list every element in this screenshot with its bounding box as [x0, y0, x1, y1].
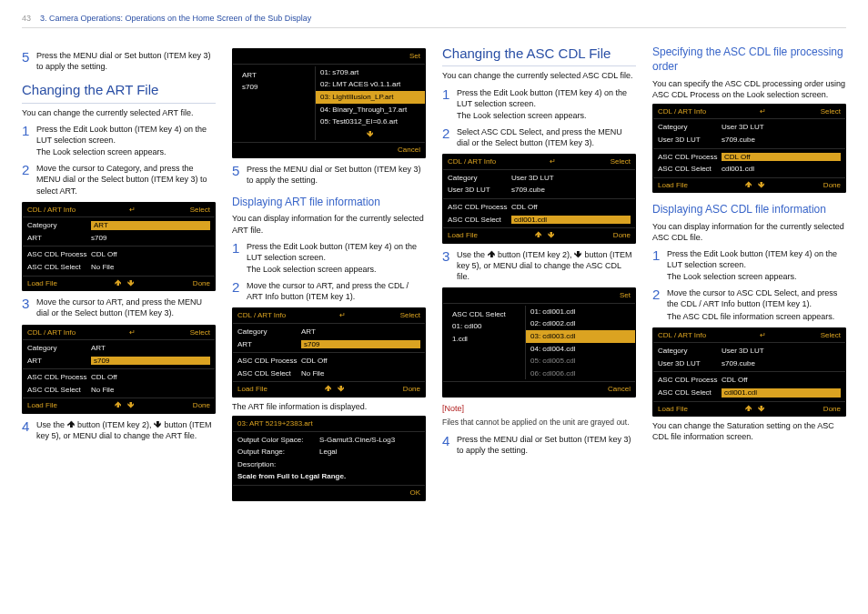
cancel-label: Cancel: [608, 385, 631, 394]
return-icon: ↵: [760, 107, 766, 116]
list-item: 01: cdl001.cdl: [526, 306, 635, 318]
description-text: Scale from Full to Legal Range.: [233, 470, 425, 483]
load-file-label: Load File: [237, 385, 267, 394]
step-number: 5: [232, 164, 242, 186]
ok-label: OK: [409, 488, 420, 498]
table-row: ASC CDL ProcessCDL Off: [653, 374, 845, 387]
intro-text: You can display information for the curr…: [232, 213, 426, 235]
step: 2 Move the cursor to ART, and press the …: [232, 280, 426, 302]
list-item-selected: 03: cdl003.cdl: [526, 330, 635, 343]
load-file-label: Load File: [27, 279, 57, 288]
table-row: ASC CDL ProcessCDL Off: [23, 248, 215, 261]
table-row: CategoryUser 3D LUT: [653, 121, 845, 134]
table-row: CategoryART: [23, 342, 215, 355]
up-arrow-icon: 🡹: [745, 181, 752, 190]
list-item: 04: Binary_Through_17.art: [316, 104, 425, 116]
return-icon: ↵: [129, 206, 136, 215]
table-row: Output Color Space:S-Gamut3.Cine/S-Log3: [233, 434, 425, 447]
list-item: 02: cdl002.cdl: [526, 317, 635, 330]
intro-text: You can display information for the curr…: [652, 221, 846, 243]
step: 2 Move the cursor to Category, and press…: [22, 163, 216, 196]
up-arrow-icon: 🡹: [535, 231, 542, 240]
step-text: Use the 🡹 button (ITEM key 2), 🡻 button …: [36, 419, 216, 441]
step: 1 Press the Edit Look button (ITEM key 4…: [652, 248, 846, 282]
select-label: Select: [400, 311, 420, 320]
down-arrow-icon: 🡻: [127, 401, 135, 410]
info-header: 03: ART 5219+2383.art: [237, 419, 313, 428]
set-label: Set: [409, 52, 420, 61]
step-number: 4: [22, 419, 32, 441]
step-text: Select ASC CDL Select, and press the MEN…: [457, 126, 636, 148]
note-text: Files that cannot be applied on the unit…: [442, 418, 636, 428]
page-header: 43 3. Camera Operations: Operations on t…: [22, 13, 846, 28]
list-item: 02: LMT ACES v0.1.1.art: [316, 78, 425, 91]
intro-text: You can specify the ASC CDL processing o…: [652, 78, 846, 100]
down-arrow-icon: 🡻: [127, 279, 135, 288]
select-label: Select: [190, 328, 210, 337]
subsection-heading: Specifying the ASC CDL file processing o…: [652, 45, 846, 74]
table-row: CategoryUser 3D LUT: [653, 345, 845, 357]
return-icon: ↵: [339, 311, 346, 320]
camera-screen: CDL / ART Info ↵ Select CategoryART ARTs…: [22, 325, 216, 415]
step-text: Press the Edit Look button (ITEM key 4) …: [36, 124, 216, 157]
table-row: ASC CDL ProcessCDL Off: [653, 151, 845, 164]
table-row: ASC CDL Select: [448, 308, 520, 321]
table-row: ASC CDL ProcessCDL Off: [443, 201, 635, 214]
step: 4 Use the 🡹 button (ITEM key 2), 🡻 butto…: [22, 419, 216, 441]
list-item: 01: s709.art: [316, 66, 425, 79]
table-row: ASC CDL Selectcdl001.cdl: [653, 387, 845, 399]
step-text: Move the cursor to Category, and press t…: [36, 163, 216, 196]
step-number: 5: [22, 50, 32, 72]
column-2: Set ART s709 01: s709.art 02: LMT ACES v…: [232, 45, 426, 504]
screen-title: CDL / ART Info: [27, 206, 76, 215]
step-text: Press the MENU dial or Set button (ITEM …: [36, 50, 216, 72]
step-number: 1: [22, 124, 32, 157]
down-arrow-icon: 🡻: [758, 405, 765, 414]
step-text: Move the cursor to ASC CDL Select, and p…: [667, 287, 846, 321]
intro-text: You can change the currently selected AR…: [22, 107, 216, 118]
camera-screen: CDL / ART Info ↵ Select CategoryUser 3D …: [652, 327, 846, 418]
column-1: 5 Press the MENU dial or Set button (ITE…: [22, 45, 216, 504]
done-label: Done: [403, 385, 420, 394]
subsection-heading: Displaying ART file information: [232, 195, 426, 209]
table-row: ASC CDL SelectNo File: [23, 261, 215, 274]
table-row: ASC CDL ProcessCDL Off: [233, 355, 425, 367]
table-row: 1.cdl: [448, 333, 520, 346]
done-label: Done: [193, 401, 210, 410]
return-icon: ↵: [760, 331, 766, 340]
body-text: You can change the Saturation setting on…: [652, 420, 846, 442]
step-text: Press the Edit Look button (ITEM key 4) …: [457, 87, 636, 121]
step: 3 Move the cursor to ART, and press the …: [22, 297, 216, 318]
step-number: 3: [442, 249, 452, 282]
step-text: Press the Edit Look button (ITEM key 4) …: [247, 241, 426, 275]
down-arrow-icon: 🡻: [316, 128, 425, 141]
table-row: ASC CDL Selectcdl001.cdl: [443, 214, 635, 226]
step-number: 2: [652, 287, 662, 321]
camera-screen-popup: Set ASC CDL Select 01: cdl00 1.cdl 01: c…: [442, 287, 636, 398]
list-item: 05: Test0312_EI=0.6.art: [316, 116, 425, 128]
step: 5 Press the MENU dial or Set button (ITE…: [232, 164, 426, 186]
table-row: ASC CDL Selectcdl001.cdl: [653, 163, 845, 176]
load-file-label: Load File: [448, 231, 478, 240]
step-number: 2: [442, 126, 452, 148]
step-text: Move the cursor to ART, and press the CD…: [247, 280, 426, 302]
step-number: 3: [22, 297, 32, 318]
step: 1 Press the Edit Look button (ITEM key 4…: [232, 241, 426, 275]
page: 43 3. Camera Operations: Operations on t…: [0, 0, 868, 614]
column-4: Specifying the ASC CDL file processing o…: [652, 45, 846, 504]
step: 2 Select ASC CDL Select, and press the M…: [442, 126, 636, 148]
done-label: Done: [193, 279, 210, 288]
step-number: 1: [442, 87, 452, 121]
return-icon: ↵: [129, 328, 136, 337]
camera-screen: CDL / ART Info ↵ Select CategoryART ARTs…: [22, 202, 216, 292]
screen-title: CDL / ART Info: [27, 328, 76, 337]
table-row: CategoryUser 3D LUT: [443, 172, 635, 185]
list-item-disabled: 05: cdl005.cdl: [526, 355, 635, 367]
step: 1 Press the Edit Look button (ITEM key 4…: [22, 124, 216, 157]
camera-screen-info: 03: ART 5219+2383.art Output Color Space…: [232, 416, 426, 501]
column-3: Changing the ASC CDL File You can change…: [442, 45, 636, 504]
camera-screen: CDL / ART Info ↵ Select CategoryUser 3D …: [442, 154, 636, 244]
screen-title: CDL / ART Info: [658, 107, 706, 116]
table-row: ARTs709: [23, 355, 215, 367]
table-row: Output Range:Legal: [233, 446, 425, 458]
